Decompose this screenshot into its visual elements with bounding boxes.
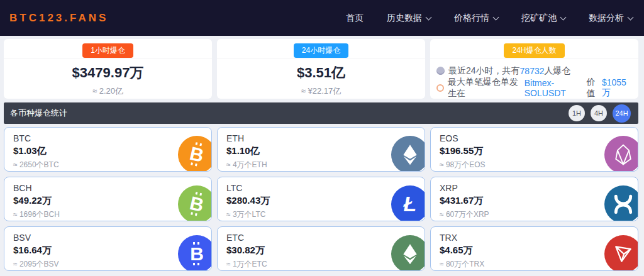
site-logo[interactable]: BTC123.FANS [9,12,108,25]
ltc-icon: Ł [391,185,425,221]
eth-icon [391,136,425,172]
liquidation-24h-value: $3.51亿 [217,63,425,82]
coin-symbol: ETC [226,233,425,243]
eos-icon [604,136,638,172]
biggest-order-line: 最大单笔爆仓单发生在 Bitmex-SOLUSDT 价值 $1055万 [436,79,631,96]
coin-symbol: BCH [13,183,211,193]
nav-item-price-market[interactable]: 价格行情 [454,13,498,24]
badge-1h-liquidation: 1小时爆仓 [82,43,133,58]
coin-symbol: EOS [440,133,638,143]
coin-symbol: ETH [226,133,425,143]
liquidation-24h-approx: ≈ ¥22.17亿 [217,86,425,97]
biggest-order-prefix: 最大单笔爆仓单发生在 [448,77,525,99]
btc-icon: B [178,136,212,172]
liquidation-1h-approx: ≈ 2.20亿 [4,86,212,97]
biggest-order-mid: 价值 [587,77,602,99]
section-bar: 各币种爆仓统计 1H 4H 24H [4,102,638,124]
nav-item-mining-pools[interactable]: 挖矿矿池 [521,13,565,24]
stat-card-24h-people: 24H爆仓人数 最近24小时，共有 78732 人爆仓 最大单笔爆仓单发生在 B… [430,39,638,99]
stat-card-header: 24小时爆仓 [217,39,425,58]
time-filter-4h[interactable]: 4H [591,105,607,121]
dizzy-face-icon [436,67,445,75]
coin-symbol: LTC [226,183,425,193]
coin-grid: BTC $1.03亿 ≈ 2650个BTC B ETH $1.10亿 ≈ 4万个… [4,127,638,271]
stat-card-header: 24H爆仓人数 [430,39,638,58]
time-filter-1h[interactable]: 1H [569,105,585,121]
coin-card-trx[interactable]: TRX $4.65万 ≈ 80万个TRX [430,226,638,271]
badge-24h-people: 24H爆仓人数 [504,43,564,58]
chevron-down-icon [560,14,567,20]
bsv-icon: B [178,235,212,271]
time-filter-group: 1H 4H 24H [569,104,631,123]
trx-icon [604,235,638,271]
stat-card-header: 1小时爆仓 [4,39,212,58]
badge-24h-liquidation: 24小时爆仓 [294,43,348,58]
chevron-down-icon [426,14,432,20]
people-count-prefix: 最近24小时，共有 [448,65,520,77]
coin-card-bch[interactable]: BCH $49.22万 ≈ 1696个BCH B [4,177,212,221]
coin-card-eos[interactable]: EOS $196.55万 ≈ 98万个EOS [430,127,638,172]
coin-card-xrp[interactable]: XRP $431.67万 ≈ 607万个XRP [430,177,638,221]
coin-symbol: BTC [13,133,211,143]
xrp-icon [604,185,638,221]
time-filter-24h[interactable]: 24H [613,104,631,123]
coin-card-eth[interactable]: ETH $1.10亿 ≈ 4万个ETH [217,127,425,172]
coin-symbol: BSV [13,233,211,243]
chevron-down-icon [628,14,634,20]
coin-card-etc[interactable]: ETC $30.82万 ≈ 1万个ETC [217,226,425,271]
coin-symbol: XRP [440,183,638,193]
coin-card-bsv[interactable]: BSV $16.64万 ≈ 2095个BSV B [4,226,212,271]
section-title: 各币种爆仓统计 [10,108,67,119]
stat-card-1h-liquidation: 1小时爆仓 $3479.97万 ≈ 2.20亿 [4,39,212,99]
people-count-suffix: 人爆仓 [545,65,571,77]
liquidation-1h-value: $3479.97万 [4,63,212,82]
nav-item-home[interactable]: 首页 [346,13,364,24]
biggest-order-pair-link[interactable]: Bitmex-SOLUSDT [525,78,587,98]
navbar: BTC123.FANS 首页 历史数据 价格行情 挖矿矿池 数据分析 [0,0,644,36]
coin-card-btc[interactable]: BTC $1.03亿 ≈ 2650个BTC B [4,127,212,172]
people-count-number: 78732 [520,66,545,76]
stats-row: 1小时爆仓 $3479.97万 ≈ 2.20亿 24小时爆仓 $3.51亿 ≈ … [4,39,638,99]
etc-icon [391,235,425,271]
chevron-down-icon [493,14,499,20]
stat-card-24h-liquidation: 24小时爆仓 $3.51亿 ≈ ¥22.17亿 [217,39,425,99]
coin-card-ltc[interactable]: LTC $280.43万 ≈ 3万个LTC Ł [217,177,425,221]
nav-item-history-data[interactable]: 历史数据 [387,13,431,24]
coin-symbol: TRX [440,233,638,243]
circle-marker-icon [436,84,444,92]
biggest-order-value-link[interactable]: $1055万 [602,77,631,99]
bch-icon: B [178,185,212,221]
main-nav: 首页 历史数据 价格行情 挖矿矿池 数据分析 [346,13,633,24]
people-stats-body: 最近24小时，共有 78732 人爆仓 最大单笔爆仓单发生在 Bitmex-SO… [430,58,638,96]
nav-item-data-analysis[interactable]: 数据分析 [589,13,633,24]
